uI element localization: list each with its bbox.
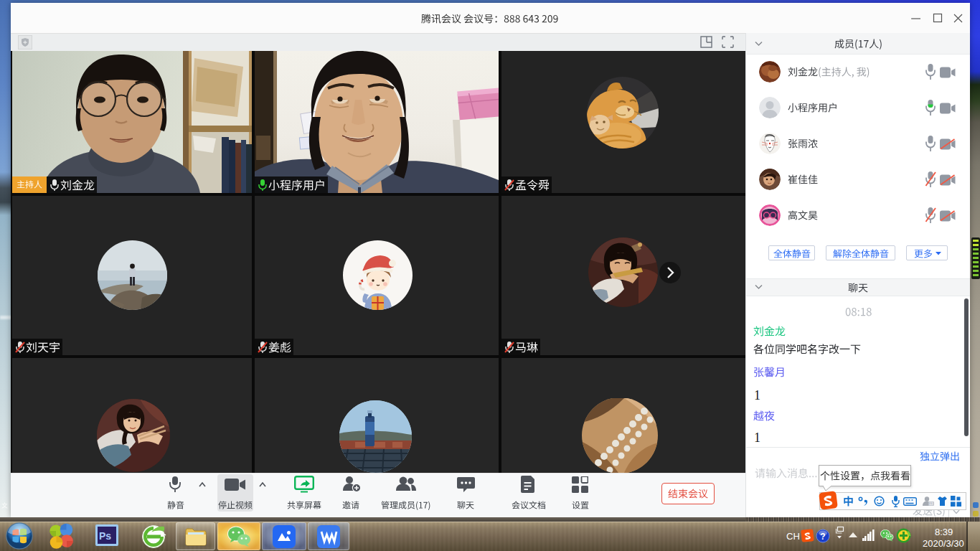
svg-text:Ps: Ps — [99, 530, 111, 542]
svg-text:13: 13 — [929, 501, 933, 506]
svg-text:?: ? — [820, 532, 825, 542]
svg-text:2020/3/30: 2020/3/30 — [923, 538, 964, 549]
svg-text:CH: CH — [786, 531, 800, 542]
svg-text:8:39: 8:39 — [935, 527, 953, 537]
